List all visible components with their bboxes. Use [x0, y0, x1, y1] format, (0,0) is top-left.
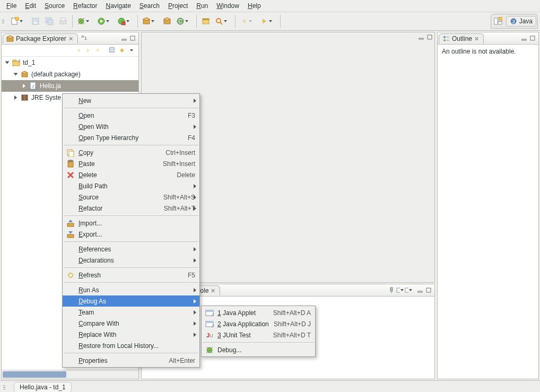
save-button[interactable] [30, 15, 41, 27]
back-button[interactable] [239, 15, 257, 27]
ctx-replace-with[interactable]: Replace With [63, 329, 199, 340]
svg-rect-58 [390, 288, 393, 291]
menu-run[interactable]: Run [192, 1, 212, 11]
svg-rect-7 [61, 18, 65, 21]
print-button[interactable] [57, 15, 69, 27]
menu-window[interactable]: Window [212, 1, 243, 11]
ctx-run-as[interactable]: Run As [63, 284, 199, 295]
ctx-open-type-hierarchy[interactable]: Open Type HierarchyF4 [63, 132, 199, 143]
collapse-all-icon[interactable] [109, 47, 116, 54]
svg-point-65 [443, 36, 446, 38]
menu-help[interactable]: Help [243, 1, 265, 11]
svg-text:J: J [32, 84, 34, 89]
svg-text:J: J [212, 312, 214, 317]
open-type-button[interactable] [200, 15, 212, 27]
toolbar-handle[interactable] [2, 20, 7, 23]
svg-rect-22 [203, 19, 209, 20]
editor-minimize-icon[interactable] [417, 33, 425, 41]
ctx-delete[interactable]: DeleteDelete [63, 169, 199, 180]
ctx-team[interactable]: Team [63, 307, 199, 318]
ctx-references[interactable]: References [63, 243, 199, 255]
console-minimize-icon[interactable] [416, 286, 424, 294]
link-editor-icon[interactable] [118, 47, 126, 54]
tree-package-row[interactable]: (default package) [2, 68, 138, 80]
svg-rect-36 [130, 36, 135, 40]
menu-project[interactable]: Project [164, 1, 192, 11]
status-file-tab[interactable]: Hello.java - td_1 [14, 382, 72, 392]
debugas-java-applet[interactable]: J1 Java AppletShift+Alt+D A [202, 307, 315, 318]
menu-file[interactable]: File [2, 1, 21, 11]
forward-nav-icon[interactable] [84, 47, 92, 54]
status-handle[interactable] [3, 386, 8, 389]
ctx-export-[interactable]: Export... [63, 229, 199, 240]
open-perspective-button[interactable] [492, 15, 504, 27]
save-all-button[interactable] [43, 15, 55, 27]
java-perspective-button[interactable]: J Java [506, 16, 536, 27]
ctx-refactor[interactable]: RefactorShift+Alt+T [63, 203, 199, 214]
close-icon[interactable] [68, 36, 73, 42]
back-nav-icon[interactable] [75, 47, 82, 54]
outline-tab[interactable]: Outline [439, 33, 484, 43]
ctx-restore-from-local-history-[interactable]: Restore from Local History... [63, 340, 199, 351]
new-package-icon-button[interactable] [161, 15, 173, 27]
run-button[interactable] [96, 15, 114, 27]
menu-source[interactable]: Source [40, 1, 69, 11]
ctx-debug-as[interactable]: Debug As [63, 295, 199, 307]
svg-rect-83 [206, 310, 213, 312]
scrollbar-thumb[interactable] [3, 371, 66, 378]
up-nav-icon[interactable] [94, 47, 101, 54]
outline-icon [442, 35, 450, 42]
debug-button[interactable] [76, 15, 94, 27]
ctx-source[interactable]: SourceShift+Alt+S [63, 191, 199, 203]
external-tools-button[interactable] [116, 15, 134, 27]
main-toolbar: C J Java [0, 12, 540, 31]
menu-edit[interactable]: Edit [21, 1, 40, 11]
ctx-refresh[interactable]: RefreshF5 [63, 269, 199, 281]
outline-minimize-icon[interactable] [520, 34, 528, 42]
pin-console-icon[interactable] [388, 286, 395, 294]
package-explorer-tab[interactable]: Package Explorer [3, 33, 78, 43]
console-maximize-icon[interactable] [425, 286, 432, 294]
context-menu[interactable]: NewOpenF3Open WithOpen Type HierarchyF4C… [62, 93, 200, 368]
ctx-build-path[interactable]: Build Path [63, 180, 199, 191]
ctx-paste[interactable]: PasteShift+Insert [63, 158, 199, 169]
debugas-java-application[interactable]: J2 Java ApplicationShift+Alt+D J [202, 318, 315, 329]
debugas-junit-test[interactable]: JU3 JUnit TestShift+Alt+D T [202, 329, 315, 341]
tree-package-label: (default package) [31, 71, 81, 78]
new-button[interactable] [10, 15, 28, 27]
ctx-compare-with[interactable]: Compare With [63, 318, 199, 329]
open-console-icon[interactable]: + [405, 286, 412, 294]
menu-refactor[interactable]: Refactor [69, 1, 101, 11]
maximize-icon[interactable] [129, 34, 136, 42]
display-console-icon[interactable] [396, 286, 404, 294]
tree-project-row[interactable]: J td_1 [2, 57, 138, 68]
menu-navigate[interactable]: Navigate [101, 1, 135, 11]
package-explorer-scrollbar[interactable] [2, 370, 138, 379]
ctx-properties[interactable]: PropertiesAlt+Enter [63, 355, 199, 366]
tree-project-label: td_1 [23, 59, 35, 66]
minimize-icon[interactable] [120, 34, 128, 42]
close-icon[interactable] [211, 288, 215, 294]
outline-maximize-icon[interactable] [529, 34, 536, 42]
search-button[interactable] [214, 15, 232, 27]
debugas-debug-[interactable]: Debug... [202, 344, 315, 355]
new-class-button[interactable]: C [175, 15, 193, 27]
svg-text:C: C [178, 19, 182, 24]
forward-button[interactable] [259, 15, 277, 27]
ctx-declarations[interactable]: Declarations [63, 255, 199, 266]
svg-rect-61 [405, 288, 408, 292]
debug-as-submenu[interactable]: J1 Java AppletShift+Alt+D AJ2 Java Appli… [201, 306, 316, 357]
ctx-new[interactable]: New [63, 95, 199, 106]
ctx-copy[interactable]: CopyCtrl+Insert [63, 147, 199, 158]
ctx-import-[interactable]: Import... [63, 217, 199, 229]
svg-line-24 [220, 22, 222, 24]
ctx-open[interactable]: OpenF3 [63, 110, 199, 121]
ctx-open-with[interactable]: Open With [63, 121, 199, 132]
editor-maximize-icon[interactable] [426, 33, 433, 41]
export-icon [66, 230, 75, 239]
menu-search[interactable]: Search [135, 1, 164, 11]
new-package-button[interactable] [141, 15, 159, 27]
view-menu-icon[interactable] [128, 47, 135, 54]
tree-file-row[interactable]: J Hello.ja [2, 80, 138, 92]
close-icon[interactable] [474, 36, 479, 42]
